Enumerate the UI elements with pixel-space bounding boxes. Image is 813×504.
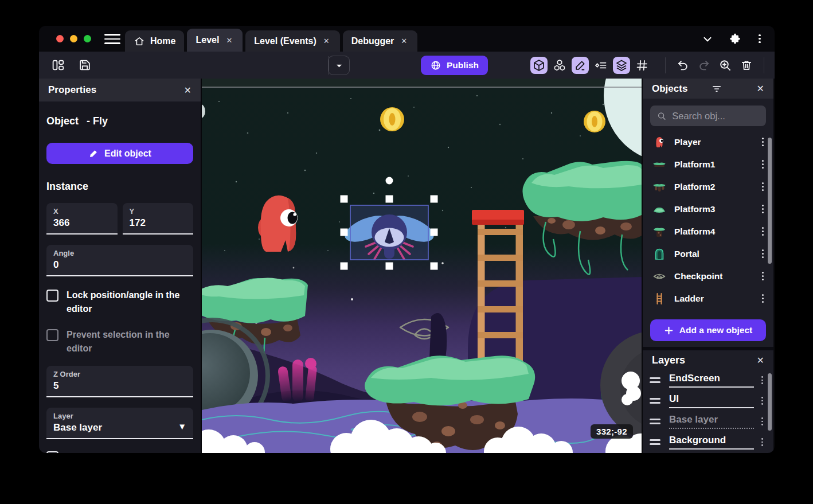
object-item-platform4[interactable]: Platform4 [643, 220, 773, 243]
home-icon [134, 36, 145, 47]
save-icon[interactable] [76, 57, 93, 74]
object-groups-icon[interactable] [551, 57, 568, 74]
undo-icon[interactable] [674, 57, 691, 74]
layer-menu-icon[interactable] [759, 436, 765, 448]
coin[interactable] [380, 107, 404, 131]
titlebar: Home Level ✕ Level (Events) ✕ Debugger ✕ [39, 26, 775, 52]
object-menu-icon[interactable] [760, 135, 766, 149]
object-item-portal[interactable]: Portal [643, 243, 773, 265]
angle-field[interactable]: Angle 0 [46, 245, 193, 276]
object-item-platform1[interactable]: Platform1 [643, 153, 773, 175]
minimize-window-button[interactable] [70, 35, 77, 42]
object-menu-icon[interactable] [760, 202, 766, 216]
lock-position-checkbox-row[interactable]: Lock position/angle in the editor [46, 288, 193, 316]
object-menu-icon[interactable] [760, 292, 766, 305]
delete-trash-icon[interactable] [738, 57, 755, 74]
scene-render [202, 79, 642, 453]
object-menu-icon[interactable] [760, 180, 766, 193]
properties-title: Properties [48, 84, 96, 96]
player-object-icon [652, 135, 667, 150]
objects-title: Objects [652, 83, 687, 95]
rotate-handle[interactable] [386, 177, 393, 185]
traffic-lights [56, 35, 91, 42]
objects-panel-icon[interactable] [530, 57, 548, 74]
prevent-selection-checkbox[interactable] [46, 329, 58, 341]
publish-button[interactable]: Publish [421, 56, 488, 75]
tab-bar: Home Level ✕ Level (Events) ✕ Debugger ✕ [125, 29, 417, 52]
layer-item-endscreen[interactable]: EndScreen [643, 370, 773, 390]
tab-level-events[interactable]: Level (Events) ✕ [245, 30, 339, 52]
extensions-puzzle-icon[interactable] [729, 33, 741, 45]
close-properties-icon[interactable]: ✕ [184, 85, 191, 96]
tab-close-icon[interactable]: ✕ [224, 35, 234, 46]
coin[interactable] [584, 111, 605, 132]
edit-scene-properties-icon[interactable] [771, 57, 775, 74]
maximize-window-button[interactable] [84, 35, 91, 42]
object-item-ladder[interactable]: Ladder [643, 287, 773, 310]
chevron-down-icon: ▼ [178, 421, 186, 431]
plus-icon [664, 326, 674, 335]
layer-select[interactable]: Layer Base layer ▼ [46, 408, 193, 439]
main-menu-icon[interactable] [104, 34, 120, 44]
drag-handle-icon[interactable] [650, 419, 660, 424]
panels-layout-icon[interactable] [49, 57, 67, 74]
layer-menu-icon[interactable] [759, 415, 765, 427]
y-position-field[interactable]: Y 172 [123, 203, 194, 235]
ladder-object-icon [652, 291, 667, 306]
layers-panel-icon[interactable] [613, 57, 630, 74]
object-menu-icon[interactable] [760, 225, 766, 238]
zoom-in-icon[interactable] [717, 57, 734, 74]
portal-object-icon [652, 247, 667, 261]
filter-icon[interactable] [711, 83, 722, 95]
add-object-button[interactable]: Add a new object [650, 319, 766, 341]
object-menu-icon[interactable] [760, 247, 766, 260]
tab-close-icon[interactable]: ✕ [322, 36, 331, 46]
x-position-field[interactable]: X 366 [46, 203, 118, 235]
objects-scrollbar[interactable] [768, 138, 772, 264]
drag-handle-icon[interactable] [650, 439, 660, 445]
redo-icon[interactable] [695, 57, 713, 74]
tab-home[interactable]: Home [125, 30, 184, 52]
drag-handle-icon[interactable] [650, 398, 660, 404]
object-item-platform2[interactable]: Platform2 [643, 175, 773, 198]
more-menu-icon[interactable] [756, 32, 763, 46]
objects-search-input[interactable] [672, 111, 759, 122]
scene-canvas[interactable]: 332;-92 [202, 79, 642, 453]
tab-debugger[interactable]: Debugger ✕ [343, 30, 418, 52]
object-menu-icon[interactable] [760, 158, 766, 171]
custom-size-checkbox[interactable] [46, 451, 58, 453]
z-order-field[interactable]: Z Order 5 [46, 366, 193, 397]
drag-handle-icon[interactable] [650, 377, 660, 383]
layer-menu-icon[interactable] [759, 394, 765, 407]
object-menu-icon[interactable] [760, 269, 766, 283]
object-item-platform3[interactable]: Platform3 [643, 198, 773, 220]
chevron-down-icon[interactable] [701, 33, 714, 45]
objects-search[interactable] [650, 106, 766, 126]
object-item-checkpoint[interactable]: Checkpoint [643, 265, 773, 287]
layer-item-base-layer[interactable]: Base layer [643, 411, 773, 432]
objects-list: Player Platform1 Platform2 [643, 131, 773, 310]
custom-size-checkbox-row[interactable]: Custom size [46, 450, 193, 453]
instance-heading: Instance [46, 181, 193, 193]
grid-icon[interactable] [634, 57, 651, 74]
layer-menu-icon[interactable] [759, 374, 765, 386]
cursor-coordinates-badge: 332;-92 [591, 424, 633, 439]
pencil-icon [88, 149, 99, 159]
prevent-selection-checkbox-row[interactable]: Prevent selection in the editor [46, 328, 193, 355]
edit-object-button[interactable]: Edit object [46, 143, 193, 164]
layers-scrollbar[interactable] [768, 373, 772, 431]
object-item-player[interactable]: Player [643, 131, 773, 153]
preview-dropdown-arrow[interactable] [329, 56, 349, 75]
properties-panel: Properties ✕ Object - Fly Edit object In… [39, 79, 202, 453]
layer-item-ui[interactable]: UI [643, 390, 773, 411]
tab-close-icon[interactable]: ✕ [399, 36, 409, 46]
properties-pencil-icon[interactable] [572, 57, 589, 74]
close-window-button[interactable] [56, 35, 64, 42]
tab-level[interactable]: Level ✕ [187, 29, 243, 52]
preview-button[interactable]: Preview [328, 56, 350, 75]
instances-list-icon[interactable] [592, 57, 609, 74]
close-layers-icon[interactable]: ✕ [757, 355, 764, 366]
close-objects-icon[interactable]: ✕ [757, 83, 764, 94]
layer-item-background[interactable]: Background [643, 432, 773, 452]
lock-position-checkbox[interactable] [46, 290, 58, 302]
